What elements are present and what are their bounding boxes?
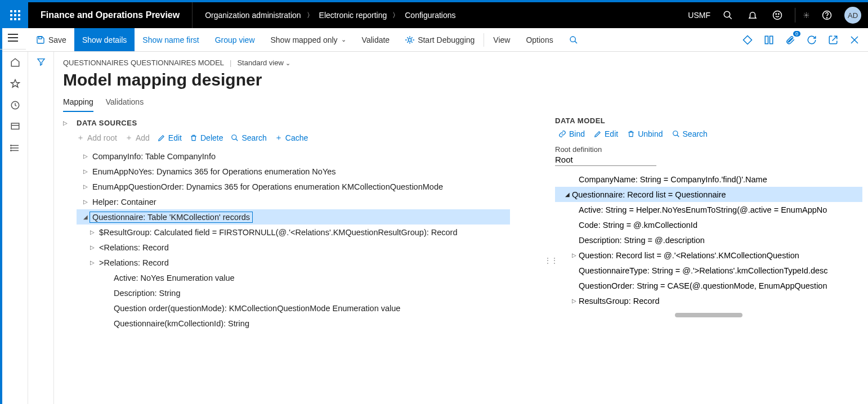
tree-arrow-icon[interactable]: ◢: [563, 191, 572, 197]
workspace-icon[interactable]: [10, 122, 20, 132]
data-model-tree-row[interactable]: QuestionOrder: String = CASE(@.questionM…: [555, 278, 862, 293]
data-source-tree-row[interactable]: ▷<Relations: Record: [77, 240, 547, 255]
bell-icon[interactable]: [745, 8, 760, 23]
data-source-tree-row[interactable]: Active: NoYes Enumeration value: [77, 270, 547, 285]
svg-rect-3: [10, 14, 12, 16]
attachments-icon[interactable]: [782, 32, 798, 48]
search-button[interactable]: Search: [672, 129, 708, 138]
options-button[interactable]: Options: [518, 28, 561, 51]
start-debugging-button[interactable]: Start Debugging: [397, 28, 482, 51]
toolbar-search-icon[interactable]: [561, 28, 586, 51]
tree-arrow-icon[interactable]: ▷: [81, 183, 90, 190]
search-icon[interactable]: [721, 8, 735, 23]
tree-arrow-icon[interactable]: ▷: [81, 199, 90, 205]
boxes-icon[interactable]: [761, 32, 777, 48]
tree-node-label: Questionnaire(kmCollectionId): String: [111, 318, 252, 329]
tab-validations[interactable]: Validations: [106, 97, 144, 112]
tree-node-label: Code: String = @.kmCollectionId: [579, 221, 697, 230]
show-mapped-only-dropdown[interactable]: Show mapped only ⌄: [263, 28, 354, 51]
clock-icon[interactable]: [10, 100, 20, 110]
top-bar: Finance and Operations Preview Organizat…: [2, 2, 868, 28]
modules-icon[interactable]: [10, 143, 20, 153]
root-definition-input[interactable]: [555, 154, 656, 166]
horizontal-scrollbar[interactable]: [675, 313, 742, 317]
breadcrumb-item[interactable]: Electronic reporting: [319, 11, 387, 20]
svg-rect-24: [765, 36, 768, 44]
breadcrumb-item[interactable]: Configurations: [405, 11, 455, 20]
waffle-icon[interactable]: [2, 2, 28, 28]
group-view-button[interactable]: Group view: [207, 28, 263, 51]
tree-arrow-icon[interactable]: ▷: [88, 244, 97, 250]
home-icon[interactable]: [10, 57, 20, 68]
hamburger-icon[interactable]: [1, 26, 26, 50]
avatar[interactable]: AD: [844, 7, 861, 24]
data-source-tree-row[interactable]: Description: String: [77, 285, 547, 300]
data-source-tree-row[interactable]: Question order(questionMode): KMCollecti…: [77, 300, 547, 316]
tree-arrow-icon[interactable]: ▷: [88, 259, 97, 266]
svg-point-39: [673, 131, 677, 136]
data-model-tree-row[interactable]: CompanyName: String = CompanyInfo.'find(…: [555, 172, 862, 187]
svg-rect-20: [39, 37, 42, 39]
root-definition-label: Root definition: [555, 145, 862, 154]
show-name-first-button[interactable]: Show name first: [135, 28, 207, 51]
tree-arrow-icon[interactable]: ▷: [81, 153, 90, 159]
tree-node-label: <Relations: Record: [97, 243, 171, 253]
data-source-tree-row[interactable]: ▷$ResultGroup: Calculated field = FIRSTO…: [77, 225, 547, 240]
gear-icon[interactable]: [795, 8, 809, 23]
tree-node-label: EnumAppQuestionOrder: Dynamics 365 for O…: [90, 182, 445, 192]
page-header: QUESTIONNAIRES QUESTIONNAIRES MODEL | St…: [54, 52, 868, 89]
data-model-tree-row[interactable]: ▷ResultsGroup: Record: [555, 293, 862, 308]
diamond-icon[interactable]: [740, 32, 755, 48]
bind-button[interactable]: Bind: [558, 129, 585, 138]
group-view-label: Group view: [215, 35, 255, 44]
search-button[interactable]: Search: [231, 133, 266, 143]
data-source-tree-row[interactable]: ◢Questionnaire: Table 'KMCollection' rec…: [77, 209, 510, 225]
data-source-tree-row[interactable]: ▷Helper: Container: [77, 194, 547, 209]
popout-icon[interactable]: [825, 32, 841, 48]
data-model-tree-row[interactable]: Active: String = Helper.NoYesEnumToStrin…: [555, 202, 862, 217]
tree-arrow-icon[interactable]: ▷: [88, 229, 97, 235]
cache-button[interactable]: ＋Cache: [275, 133, 308, 143]
help-icon[interactable]: [820, 8, 834, 23]
data-model-tree-row[interactable]: ▷Question: Record list = @.'<Relations'.…: [555, 248, 862, 263]
data-model-tree-row[interactable]: ◢Questionnaire: Record list = Questionna…: [555, 187, 862, 202]
add-root-label: Add root: [87, 133, 117, 142]
smile-icon[interactable]: [770, 8, 785, 23]
tree-arrow-icon[interactable]: ▷: [570, 298, 579, 304]
tree-arrow-icon[interactable]: ▷: [570, 252, 579, 258]
filter-icon[interactable]: [37, 57, 46, 404]
tree-arrow-icon[interactable]: ◢: [81, 214, 90, 220]
splitter[interactable]: ⋮⋮: [547, 116, 555, 404]
search-label: Search: [683, 129, 708, 138]
data-source-tree-row[interactable]: Questionnaire(kmCollectionId): String: [77, 316, 547, 331]
add-root-button[interactable]: ＋Add root: [77, 133, 117, 143]
delete-button[interactable]: Delete: [190, 133, 223, 143]
data-source-tree-row[interactable]: ▷CompanyInfo: Table CompanyInfo: [77, 149, 547, 164]
company-code[interactable]: USMF: [688, 11, 710, 20]
refresh-icon[interactable]: [804, 32, 820, 48]
close-icon[interactable]: [847, 32, 862, 48]
unbind-button[interactable]: Unbind: [627, 129, 663, 138]
tab-mapping[interactable]: Mapping: [63, 97, 93, 112]
data-model-panel: DATA MODEL Bind Edit Unbind Search Root …: [555, 116, 868, 404]
save-button[interactable]: Save: [28, 28, 74, 51]
standard-view-dropdown[interactable]: Standard view ⌄: [237, 59, 290, 67]
edit-button[interactable]: Edit: [158, 133, 182, 143]
breadcrumb-item[interactable]: Organization administration: [205, 11, 301, 20]
data-source-tree-row[interactable]: ▷EnumAppNoYes: Dynamics 365 for Operatio…: [77, 164, 547, 179]
view-button[interactable]: View: [485, 28, 518, 51]
validate-button[interactable]: Validate: [354, 28, 398, 51]
edit-button[interactable]: Edit: [594, 129, 618, 138]
star-icon[interactable]: [10, 79, 20, 89]
data-model-tree-row[interactable]: Description: String = @.description: [555, 232, 862, 248]
tree-arrow-icon[interactable]: ▷: [81, 168, 90, 174]
data-source-tree-row[interactable]: ▷EnumAppQuestionOrder: Dynamics 365 for …: [77, 179, 547, 194]
add-button[interactable]: ＋Add: [125, 133, 150, 143]
tree-node-label: >Relations: Record: [97, 258, 171, 268]
data-model-tree-row[interactable]: QuestionnaireType: String = @.'>Relation…: [555, 263, 862, 278]
show-details-button[interactable]: Show details: [74, 28, 135, 51]
data-model-tree-row[interactable]: Code: String = @.kmCollectionId: [555, 217, 862, 232]
show-details-label: Show details: [82, 35, 127, 44]
data-source-tree-row[interactable]: ▷>Relations: Record: [77, 255, 547, 270]
expand-icon[interactable]: ▷: [63, 120, 68, 404]
